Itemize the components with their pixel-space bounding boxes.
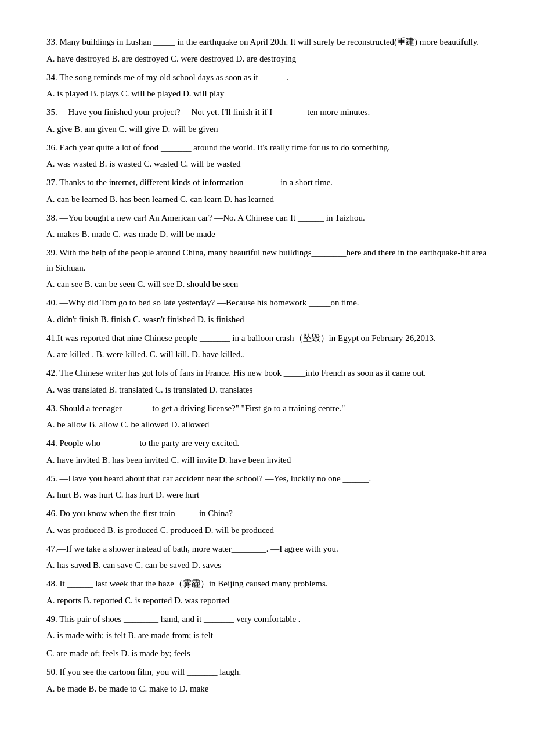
question-text-q38: 38. —You bought a new car! An American c…	[46, 211, 488, 226]
options-line2-q49: C. are made of; feels D. is made by; fee…	[46, 646, 488, 661]
options-q35: A. give B. am given C. will give D. will…	[46, 121, 488, 137]
question-text-q43: 43. Should a teenager_______to get a dri…	[46, 401, 488, 416]
question-q41: 41.It was reported that nine Chinese peo…	[46, 331, 488, 363]
question-q38: 38. —You bought a new car! An American c…	[46, 211, 488, 243]
question-text-q34: 34. The song reminds me of my old school…	[46, 70, 488, 85]
question-q35: 35. —Have you finished your project? —No…	[46, 105, 488, 137]
question-q37: 37. Thanks to the internet, different ki…	[46, 175, 488, 207]
options-q33: A. have destroyed B. are destroyed C. we…	[46, 51, 488, 67]
options-q41: A. are killed . B. were killed. C. will …	[46, 347, 488, 362]
question-text-q50: 50. If you see the cartoon film, you wil…	[46, 665, 488, 680]
question-q48: 48. It ______ last week that the haze（雾霾…	[46, 577, 488, 609]
options-q48: A. reports B. reported C. is reported D.…	[46, 593, 488, 609]
question-text-q37: 37. Thanks to the internet, different ki…	[46, 175, 488, 190]
question-text-q42: 42. The Chinese writer has got lots of f…	[46, 366, 488, 381]
question-text-q44: 44. People who ________ to the party are…	[46, 436, 488, 451]
question-q47: 47.—If we take a shower instead of bath,…	[46, 542, 488, 574]
question-q46: 46. Do you know when the first train ___…	[46, 506, 488, 538]
question-text-q40: 40. —Why did Tom go to bed so late yeste…	[46, 296, 488, 311]
question-q45: 45. —Have you heard about that car accid…	[46, 471, 488, 503]
question-text-q46: 46. Do you know when the first train ___…	[46, 506, 488, 521]
question-q44: 44. People who ________ to the party are…	[46, 436, 488, 468]
options-q50: A. be made B. be made to C. make to D. m…	[46, 681, 488, 697]
question-text-q47: 47.—If we take a shower instead of bath,…	[46, 542, 488, 557]
question-q39: 39. With the help of the people around C…	[46, 246, 488, 292]
question-text-q35: 35. —Have you finished your project? —No…	[46, 105, 488, 120]
options-q39: A. can see B. can be seen C. will see D.…	[46, 276, 488, 292]
options-q44: A. have invited B. has been invited C. w…	[46, 452, 488, 468]
question-q40: 40. —Why did Tom go to bed so late yeste…	[46, 296, 488, 327]
exam-content: 33. Many buildings in Lushan _____ in th…	[46, 35, 488, 697]
question-text-q49: 49. This pair of shoes ________ hand, an…	[46, 612, 488, 627]
question-q42: 42. The Chinese writer has got lots of f…	[46, 366, 488, 398]
question-q34: 34. The song reminds me of my old school…	[46, 70, 488, 102]
options-q36: A. was wasted B. is wasted C. wasted C. …	[46, 156, 488, 172]
options-q37: A. can be learned B. has been learned C.…	[46, 192, 488, 207]
options-q45: A. hurt B. was hurt C. has hurt D. were …	[46, 487, 488, 503]
question-q36: 36. Each year quite a lot of food ______…	[46, 141, 488, 172]
options-q46: A. was produced B. is produced C. produc…	[46, 523, 488, 538]
question-text-q36: 36. Each year quite a lot of food ______…	[46, 141, 488, 156]
question-text-q48: 48. It ______ last week that the haze（雾霾…	[46, 577, 488, 592]
question-text-q45: 45. —Have you heard about that car accid…	[46, 471, 488, 487]
options-q34: A. is played B. plays C. will be played …	[46, 86, 488, 102]
question-text-q39: 39. With the help of the people around C…	[46, 246, 488, 275]
question-text-q33: 33. Many buildings in Lushan _____ in th…	[46, 35, 488, 50]
options-q43: A. be allow B. allow C. be allowed D. al…	[46, 417, 488, 433]
question-q49: 49. This pair of shoes ________ hand, an…	[46, 612, 488, 662]
options-q47: A. has saved B. can save C. can be saved…	[46, 557, 488, 573]
options-line1-q49: A. is made with; is felt B. are made fro…	[46, 628, 488, 643]
question-q33: 33. Many buildings in Lushan _____ in th…	[46, 35, 488, 67]
question-q43: 43. Should a teenager_______to get a dri…	[46, 401, 488, 433]
question-q50: 50. If you see the cartoon film, you wil…	[46, 665, 488, 697]
options-q42: A. was translated B. translated C. is tr…	[46, 382, 488, 398]
question-text-q41: 41.It was reported that nine Chinese peo…	[46, 331, 488, 346]
options-q40: A. didn't finish B. finish C. wasn't fin…	[46, 312, 488, 327]
options-q38: A. makes B. made C. was made D. will be …	[46, 226, 488, 242]
